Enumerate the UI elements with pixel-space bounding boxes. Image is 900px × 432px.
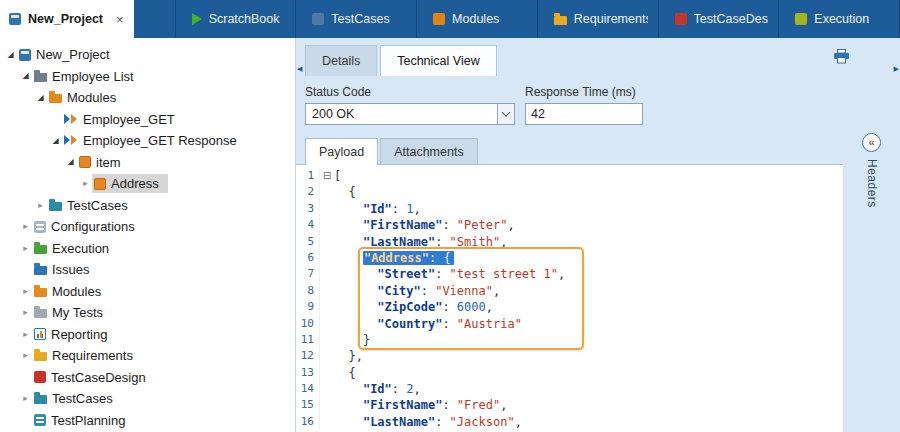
code-line[interactable]: 3 "Id": 1, xyxy=(296,201,843,217)
code-line[interactable]: 7 "Street": "test street 1", xyxy=(296,266,843,282)
tree-item-testcasedesign[interactable]: TestCaseDesign xyxy=(0,367,295,389)
tree-item-issues[interactable]: Issues xyxy=(0,259,295,281)
print-button[interactable] xyxy=(833,49,850,68)
expander-collapsed-icon[interactable]: ▸ xyxy=(19,222,32,231)
code-line[interactable]: 1⊟[ xyxy=(296,168,843,184)
code-line[interactable]: 6 "Address": { xyxy=(296,250,843,266)
tab-scratchbook[interactable]: ScratchBook xyxy=(176,0,297,38)
tab-details[interactable]: Details xyxy=(305,45,377,76)
code-token: "Peter" xyxy=(457,218,508,232)
code-token xyxy=(334,202,363,216)
line-number: 8 xyxy=(296,283,320,299)
code-text: "FirstName": "Peter", xyxy=(334,217,515,233)
collapse-left-arrow-icon[interactable]: ◀ xyxy=(297,65,302,73)
tree-item-modules[interactable]: ◢Modules xyxy=(0,87,295,109)
expander-collapsed-icon[interactable]: ▸ xyxy=(19,351,32,360)
tree-item-testcases[interactable]: ▸TestCases xyxy=(0,195,295,217)
tree-item-employee-get[interactable]: Employee_GET xyxy=(0,109,295,131)
code-line[interactable]: 4 "FirstName": "Peter", xyxy=(296,217,843,233)
headers-tab[interactable]: Headers xyxy=(865,159,879,208)
code-token: : xyxy=(442,317,456,331)
tree-item-reporting[interactable]: ▸Reporting xyxy=(0,324,295,346)
expander-expanded-icon[interactable]: ◢ xyxy=(34,94,47,102)
tab-label: TestCases xyxy=(331,12,389,26)
expand-right-arrow-icon[interactable]: ▶ xyxy=(894,65,899,73)
tree-item-testcases[interactable]: ▸TestCases xyxy=(0,388,295,410)
expander-collapsed-icon[interactable]: ▸ xyxy=(34,201,47,210)
tree-item-employee-get-response[interactable]: ◢Employee_GET Response xyxy=(0,130,295,152)
tab-testcasedesign[interactable]: TestCaseDesign xyxy=(659,0,780,38)
code-line[interactable]: 10 "Country": "Austria" xyxy=(296,316,843,332)
code-line[interactable]: 13 { xyxy=(296,365,843,381)
close-tab-icon[interactable]: × xyxy=(116,12,124,27)
code-token xyxy=(334,317,377,331)
line-number: 11 xyxy=(296,332,320,348)
tree-item-new-project[interactable]: ◢New_Project xyxy=(0,44,295,66)
payload-code-editor[interactable]: 1⊟[2 {3 "Id": 1,4 "FirstName": "Peter",5… xyxy=(296,164,843,432)
expand-headers-button[interactable]: « xyxy=(862,133,881,152)
tab-requirements[interactable]: Requirements xyxy=(538,0,659,38)
code-token xyxy=(334,235,363,249)
code-token: : xyxy=(442,218,456,232)
tab-modules[interactable]: Modules xyxy=(417,0,538,38)
code-line[interactable]: 16 "LastName": "Jackson", xyxy=(296,414,843,430)
tree-item-configurations[interactable]: ▸Configurations xyxy=(0,216,295,238)
tree-item-execution[interactable]: ▸Execution xyxy=(0,238,295,260)
code-token: "City" xyxy=(377,284,420,298)
dropdown-button[interactable] xyxy=(497,104,514,124)
code-token: , xyxy=(507,218,514,232)
folder-orange-icon xyxy=(49,94,62,103)
expander-collapsed-icon[interactable]: ▸ xyxy=(19,244,32,253)
response-time-field: Response Time (ms) xyxy=(525,85,643,125)
code-line[interactable]: 2 { xyxy=(296,184,843,200)
tab-testcases[interactable]: TestCases xyxy=(296,0,417,38)
tree-item-employee-list[interactable]: ◢Employee List xyxy=(0,66,295,88)
code-token: }, xyxy=(334,349,363,363)
expander-collapsed-icon[interactable]: ▸ xyxy=(19,330,32,339)
line-number: 1 xyxy=(296,168,320,184)
expander-collapsed-icon[interactable]: ▸ xyxy=(79,179,92,188)
code-text: "Country": "Austria" xyxy=(334,316,522,332)
tab-execution[interactable]: Execution xyxy=(779,0,900,38)
tree-item-body: My Tests xyxy=(32,303,112,322)
tab-details-label: Details xyxy=(322,54,360,68)
code-line[interactable]: 12 }, xyxy=(296,348,843,364)
status-code-select[interactable]: 200 OK xyxy=(305,103,515,125)
code-line[interactable]: 11 } xyxy=(296,332,843,348)
tree-item-address[interactable]: ▸Address xyxy=(0,173,295,195)
tab-new-project[interactable]: New_Project× xyxy=(0,0,134,38)
expander-collapsed-icon[interactable]: ▸ xyxy=(19,308,32,317)
expander-expanded-icon[interactable]: ◢ xyxy=(19,72,32,80)
tree-item-body: New_Project xyxy=(17,45,119,64)
code-line[interactable]: 14 "Id": 2, xyxy=(296,381,843,397)
tree-item-body: Configurations xyxy=(32,217,144,236)
code-line[interactable]: 8 "City": "Vienna", xyxy=(296,283,843,299)
testplanning-icon xyxy=(34,414,46,426)
tree-item-item[interactable]: ◢item xyxy=(0,152,295,174)
code-line[interactable]: 5 "LastName": "Smith", xyxy=(296,234,843,250)
code-line[interactable]: 15 "FirstName": "Fred", xyxy=(296,397,843,413)
code-token: [ xyxy=(334,169,341,183)
expander-expanded-icon[interactable]: ◢ xyxy=(4,51,17,59)
line-number: 5 xyxy=(296,234,320,250)
main-body: Status Code 200 OK Response Time (ms) xyxy=(296,76,900,432)
tab-technical-view[interactable]: Technical View xyxy=(380,45,496,76)
tree-item-testplanning[interactable]: TestPlanning xyxy=(0,410,295,432)
expander-collapsed-icon[interactable]: ▸ xyxy=(19,394,32,403)
expander-expanded-icon[interactable]: ◢ xyxy=(49,137,62,145)
fold-gutter xyxy=(320,365,334,381)
fold-collapse-icon[interactable]: ⊟ xyxy=(320,168,334,184)
fold-gutter xyxy=(320,234,334,250)
tree-item-my-tests[interactable]: ▸My Tests xyxy=(0,302,295,324)
tree-item-body: item xyxy=(77,153,130,172)
tab-payload[interactable]: Payload xyxy=(305,138,378,165)
tree-item-requirements[interactable]: ▸Requirements xyxy=(0,345,295,367)
expander-collapsed-icon[interactable]: ▸ xyxy=(19,287,32,296)
expander-expanded-icon[interactable]: ◢ xyxy=(64,158,77,166)
code-line[interactable]: 9 "ZipCode": 6000, xyxy=(296,299,843,315)
project-icon xyxy=(19,49,31,61)
code-token: , xyxy=(486,300,493,314)
response-time-input[interactable] xyxy=(525,103,643,125)
tree-item-modules[interactable]: ▸Modules xyxy=(0,281,295,303)
tab-attachments[interactable]: Attachments xyxy=(380,138,477,164)
